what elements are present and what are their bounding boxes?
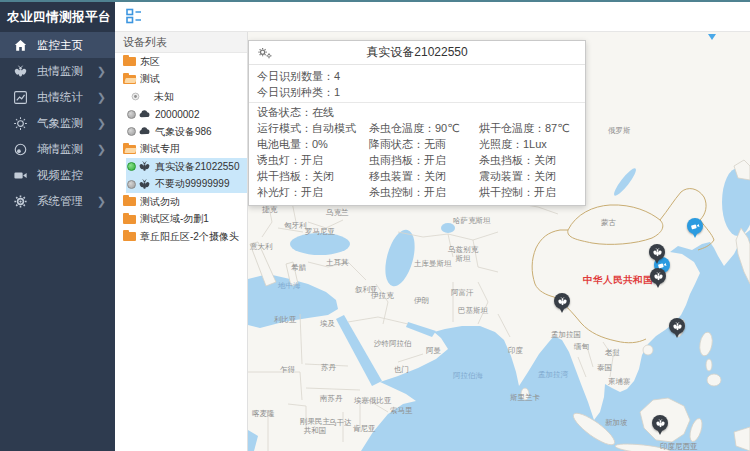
sidebar-menu: 监控主页虫情监测❯虫情统计❯气象监测❯墒情监测❯视频监控系统管理❯ [0,32,115,214]
app-title: 农业四情测报平台 [0,0,115,32]
chevron-right-icon: ❯ [97,118,106,129]
tree-node-label: 未知 [154,90,174,104]
bug-icon [13,64,28,79]
sun-icon [13,116,28,131]
cloud-icon [138,108,151,121]
chevron-right-icon: ❯ [97,144,106,155]
chevron-right-icon: ❯ [97,92,106,103]
status-dot-gray [127,110,136,119]
sidebar-item-label: 监控主页 [37,38,83,53]
bug-icon [138,178,151,191]
map-canvas[interactable]: 俄罗斯蒙古中华人民共和国捷克乌克兰匈牙利罗马尼亚哈萨克斯坦意大利乌兹别克 斯坦土… [248,32,750,451]
popup-grid-cell: 诱虫灯：开启 [257,152,369,168]
tree-node-label: 测试 [140,72,160,86]
popup-grid-cell: 降雨状态：无雨 [369,136,479,152]
radio-marker-icon [129,90,142,103]
popup-status-line: 设备状态：在线 [249,103,585,120]
sidebar-item-sun[interactable]: 气象监测❯ [0,110,115,136]
device-list-header: 设备列表 [115,32,247,53]
sidebar-item-label: 视频监控 [37,168,83,183]
popup-stat-line: 今日识别种类：1 [257,84,577,100]
tree-device[interactable]: 气象设备986 [115,123,247,141]
sidebar: 农业四情测报平台 监控主页虫情监测❯虫情统计❯气象监测❯墒情监测❯视频监控系统管… [0,0,115,451]
folder-closed-icon [123,215,136,224]
camera-device-marker[interactable] [687,218,703,234]
sidebar-item-home[interactable]: 监控主页 [0,32,115,58]
folder-closed-icon [123,197,136,206]
tree-device[interactable]: 不要动99999999 [115,176,247,194]
partial-marker-tip[interactable] [708,34,716,44]
tree-folder[interactable]: 测试专用 [115,141,247,159]
insect-device-marker[interactable] [652,415,668,431]
popup-grid-cell: 烘干仓温度：87℃ [479,120,577,136]
popup-grid-cell: 运行模式：自动模式 [257,120,369,136]
tree-node-label: 测试区域-勿删1 [140,212,209,226]
tree-folder[interactable]: 测试 [115,71,247,89]
tree-device[interactable]: 未知 [115,88,247,106]
popup-header: 真实设备21022550 [249,41,585,65]
folder-closed-icon [123,57,136,66]
sidebar-item-chart[interactable]: 虫情统计❯ [0,84,115,110]
sidebar-item-gear[interactable]: 系统管理❯ [0,188,115,214]
status-dot-green [127,162,136,171]
popup-grid-cell: 烘干控制：开启 [479,184,577,200]
sidebar-item-video[interactable]: 视频监控 [0,162,115,188]
tree-node-label: 测试勿动 [140,195,180,209]
folder-open-icon [123,145,136,154]
popup-stats: 今日识别数量：4今日识别种类：1 [249,65,585,103]
tree-node-label: 测试专用 [140,142,180,156]
popup-grid-cell: 补光灯：开启 [257,184,369,200]
popup-grid-cell: 虫雨挡板：开启 [369,152,479,168]
sidebar-item-label: 墒情监测 [37,142,83,157]
chevron-right-icon: ❯ [97,66,106,77]
tree-node-label: 不要动99999999 [155,177,230,191]
popup-grid-cell: 光照度：1Lux [479,136,577,152]
cloud-icon [138,125,151,138]
tree-node-label: 真实设备21022550 [155,160,240,174]
device-list-panel: 设备列表 东区测试未知20000002气象设备986测试专用真实设备210225… [115,32,248,451]
popup-grid-cell: 杀虫仓温度：90℃ [369,120,479,136]
chevron-right-icon: ❯ [97,196,106,207]
home-icon [13,38,28,53]
topbar [115,0,750,32]
tree-folder[interactable]: 东区 [115,53,247,71]
folder-closed-icon [123,232,136,241]
status-dot-gray [127,180,136,189]
sidebar-item-label: 虫情统计 [37,90,83,105]
tree-device[interactable]: 20000002 [115,106,247,124]
tree-node-label: 20000002 [155,109,200,120]
tree-view-icon[interactable] [125,7,143,25]
insect-device-marker[interactable] [669,318,685,334]
insect-device-marker[interactable] [554,293,570,309]
app-window: 农业四情测报平台 监控主页虫情监测❯虫情统计❯气象监测❯墒情监测❯视频监控系统管… [0,0,750,451]
popup-grid-cell: 电池电量：0% [257,136,369,152]
device-info-popup: 真实设备21022550 今日识别数量：4今日识别种类：1 设备状态：在线 运行… [248,40,586,206]
popup-grid-cell: 烘干挡板：关闭 [257,168,369,184]
popup-status-grid: 运行模式：自动模式杀虫仓温度：90℃烘干仓温度：87℃电池电量：0%降雨状态：无… [249,120,585,205]
tree-node-label: 章丘阳丘区-2个摄像头 [140,230,239,244]
window-top-strip [0,0,750,2]
tree-device[interactable]: 真实设备21022550 [115,158,247,176]
tree-node-label: 东区 [140,55,160,69]
popup-stat-line: 今日识别数量：4 [257,68,577,84]
tree-folder[interactable]: 测试勿动 [115,193,247,211]
popup-grid-cell: 震动装置：关闭 [479,168,577,184]
sidebar-item-globe[interactable]: 墒情监测❯ [0,136,115,162]
settings-gears-icon[interactable] [257,46,273,60]
tree-folder[interactable]: 章丘阳丘区-2个摄像头 [115,228,247,246]
popup-grid-cell: 杀虫挡板：关闭 [479,152,577,168]
device-tree: 东区测试未知20000002气象设备986测试专用真实设备21022550不要动… [115,53,247,246]
insect-device-marker[interactable] [649,244,665,260]
tree-folder[interactable]: 测试区域-勿删1 [115,211,247,229]
bug-icon [138,160,151,173]
video-icon [13,168,28,183]
sidebar-item-label: 系统管理 [37,194,83,209]
chart-icon [13,90,28,105]
sidebar-item-bug[interactable]: 虫情监测❯ [0,58,115,84]
sidebar-item-label: 虫情监测 [37,64,83,79]
status-dot-gray [127,127,136,136]
tree-node-label: 气象设备986 [155,125,212,139]
folder-open-icon [123,75,136,84]
gear-icon [13,194,28,209]
popup-grid-cell: 杀虫控制：开启 [369,184,479,200]
